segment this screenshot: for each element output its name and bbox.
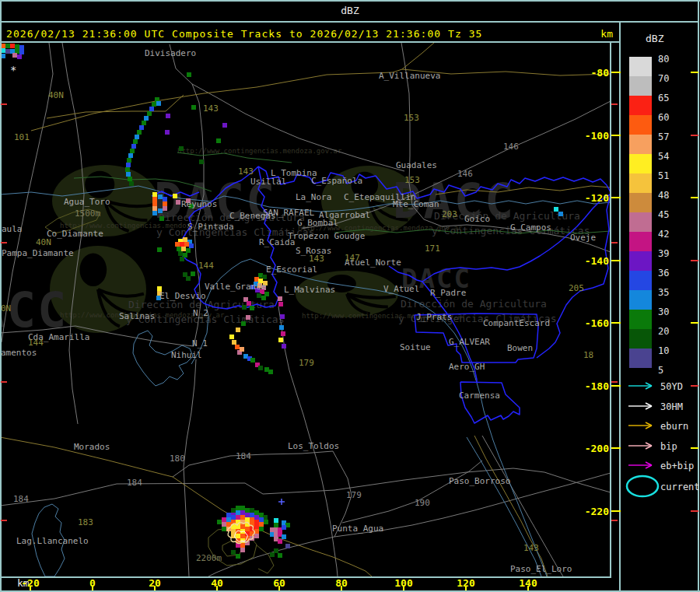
echo-cell — [127, 158, 131, 163]
echo-cell — [191, 271, 195, 276]
echo-cell — [175, 242, 180, 247]
echo-cell — [236, 328, 240, 332]
echo-cell — [186, 276, 191, 281]
dbz-scale-title: dBZ — [646, 33, 663, 44]
dbz-scale-band — [629, 154, 652, 173]
dbz-scale-band — [629, 349, 652, 368]
map-place-label: Paso_El_Loro — [510, 564, 572, 574]
echo-cell — [131, 144, 136, 149]
echo-cell — [282, 525, 286, 530]
frame-border — [0, 0, 700, 2]
echo-cell — [242, 305, 247, 310]
watermark-url: http://www.contingencias.mendoza.gov.ar — [177, 147, 342, 155]
map-route-label: 184 — [13, 494, 29, 504]
echo-cell — [278, 338, 283, 342]
echo-cell — [152, 192, 157, 197]
echo-cell — [158, 208, 163, 213]
echo-cell — [191, 105, 196, 110]
echo-cell — [128, 177, 132, 181]
echo-cell — [12, 53, 17, 58]
range-mark-right — [611, 103, 618, 105]
range-mark-right — [611, 381, 618, 383]
current-cell-ellipse-icon — [627, 476, 658, 496]
echo-cell — [254, 520, 259, 524]
range-mark-left — [1, 242, 7, 243]
echo-cell — [232, 340, 236, 345]
echo-cell — [259, 517, 264, 522]
echo-cell — [152, 201, 157, 206]
echo-cell — [183, 237, 187, 242]
map-place-label: Divisadero — [145, 48, 196, 58]
echo-cell — [247, 301, 251, 306]
map-place-label: Salinas — [119, 311, 155, 321]
echo-cell — [177, 247, 181, 251]
y-axis-tick — [611, 135, 621, 136]
echo-cell — [245, 513, 250, 517]
echo-cell — [270, 552, 275, 557]
map-place-label: Paso_Borroso — [449, 476, 510, 486]
echo-cell — [163, 206, 167, 211]
echo-cell — [152, 211, 157, 215]
x-axis-tick — [30, 586, 31, 590]
dbz-scale-band — [629, 173, 652, 193]
echo-cell — [129, 181, 134, 186]
cell-position-plus-marker — [278, 499, 285, 505]
eburn-arrow-icon — [628, 422, 652, 429]
y-axis-tick-label: -120 — [575, 192, 609, 204]
echo-cell — [274, 523, 278, 527]
echo-cell — [159, 216, 164, 221]
echo-cell — [180, 242, 184, 247]
echo-cell — [176, 200, 180, 205]
echo-cell — [240, 543, 245, 548]
map-contour-label: 2200m — [196, 553, 222, 563]
radar-map-canvas: DACCDACCDACCDACCDirección de Agricultura… — [0, 43, 611, 576]
radar-map[interactable]: DACCDACCDACCDACCDirección de Agricultura… — [0, 43, 611, 576]
echo-cell — [250, 508, 254, 513]
echo-cell — [245, 517, 250, 522]
50YD-arrow-icon — [628, 383, 652, 389]
map-route-label: 171 — [425, 243, 440, 254]
frame-border — [0, 21, 698, 23]
x-axis-tick — [465, 586, 467, 590]
dbz-scale-band — [629, 310, 652, 329]
dbz-scale-label: 57 — [658, 131, 681, 142]
dbz-scale-label: 45 — [658, 209, 681, 220]
echo-cell — [19, 50, 24, 54]
x-axis-tick — [278, 586, 280, 590]
echo-cell — [152, 102, 156, 107]
echo-cell — [173, 194, 177, 198]
dbz-scale-label: 20 — [658, 326, 681, 337]
echo-cell — [240, 548, 245, 552]
map-place-label: R_Caida — [259, 237, 295, 247]
map-route-label: 184 — [236, 451, 251, 461]
map-place-label: N_1 — [192, 338, 208, 349]
echo-cell — [236, 506, 240, 510]
y-axis-tick-label: -160 — [575, 317, 609, 329]
map-place-label: Los_Toldos — [288, 441, 339, 451]
echo-cell — [240, 515, 245, 520]
echo-cell — [278, 296, 282, 301]
radar-window: dBZ 2026/02/13 21:36:00 UTC Composite Tr… — [0, 0, 700, 592]
y-axis-tick-label: -100 — [575, 130, 609, 142]
dbz-scale-band — [629, 271, 652, 290]
map-place-label: El_Desvio — [159, 291, 206, 301]
dbz-scale-band — [629, 232, 652, 251]
road-line — [482, 436, 563, 576]
dbz-scale-label: 65 — [658, 93, 681, 103]
echo-cell — [152, 206, 157, 211]
map-place-label: Valle_Grande — [205, 282, 266, 292]
range-mark-right — [611, 242, 618, 243]
map-route-label: 144 — [28, 338, 44, 348]
echo-cell — [226, 513, 231, 517]
echo-cell — [250, 517, 254, 522]
map-place-label: La_Nora — [296, 192, 331, 202]
echo-cell — [229, 335, 234, 339]
echo-cell — [259, 527, 264, 531]
echo-cell — [147, 111, 152, 116]
map-route-label: 143 — [309, 254, 324, 264]
y-axis-tick — [611, 447, 621, 449]
map-place-label: G_ALVEAR — [449, 337, 490, 347]
map-place-label: Nihuil — [171, 350, 202, 360]
dbz-scale-label: 51 — [658, 170, 681, 181]
echo-cell — [187, 72, 191, 77]
